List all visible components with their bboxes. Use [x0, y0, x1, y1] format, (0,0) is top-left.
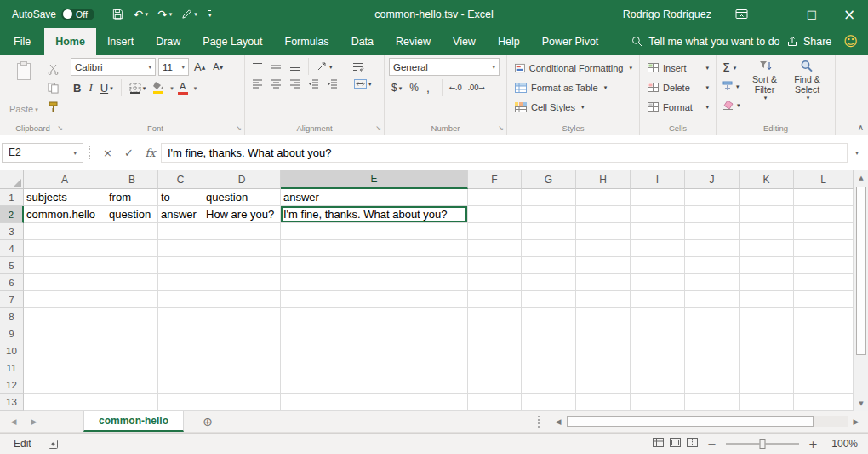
autosave-pill[interactable]: Off [61, 9, 94, 20]
cell-C3[interactable] [158, 223, 203, 240]
row-header-11[interactable]: 11 [0, 359, 24, 376]
cell-B8[interactable] [106, 308, 158, 325]
font-color-button[interactable]: A [176, 81, 190, 95]
scroll-up-icon[interactable]: ▲ [854, 170, 868, 185]
cell-E9[interactable] [281, 325, 468, 342]
cell-E5[interactable] [281, 257, 468, 274]
cell-H6[interactable] [576, 274, 631, 291]
cell-C12[interactable] [158, 376, 203, 394]
cell-C11[interactable] [158, 359, 203, 376]
cell-I5[interactable] [631, 257, 685, 274]
cell-I12[interactable] [631, 376, 685, 394]
format-as-table-button[interactable]: Format as Table ▾ [511, 78, 636, 97]
cell-G3[interactable] [522, 223, 576, 240]
cell-D3[interactable] [203, 223, 281, 240]
sort-filter-button[interactable]: Sort & Filter ▾ [745, 58, 785, 114]
cell-D13[interactable] [203, 394, 281, 411]
cell-H13[interactable] [576, 394, 631, 411]
share-button[interactable]: Share [786, 28, 831, 55]
cell-A6[interactable] [24, 274, 106, 291]
cell-B7[interactable] [106, 291, 158, 308]
cell-G13[interactable] [522, 394, 576, 411]
cell-A5[interactable] [24, 257, 106, 274]
insert-function-button[interactable]: fx [140, 143, 161, 163]
tab-formulas[interactable]: Formulas [274, 28, 340, 55]
cell-C7[interactable] [158, 291, 203, 308]
zoom-percentage[interactable]: 100% [827, 438, 858, 450]
cell-B9[interactable] [106, 325, 158, 342]
cell-J1[interactable] [685, 189, 740, 206]
cell-D11[interactable] [203, 359, 281, 376]
cell-B1[interactable]: from [106, 189, 158, 206]
cell-G6[interactable] [522, 274, 576, 291]
cell-A2[interactable]: common.hello [24, 206, 106, 223]
tab-draw[interactable]: Draw [145, 28, 191, 55]
tab-insert[interactable]: Insert [96, 28, 145, 55]
cell-F7[interactable] [468, 291, 522, 308]
cell-G1[interactable] [522, 189, 576, 206]
record-macro-button[interactable] [49, 440, 60, 449]
cell-I6[interactable] [631, 274, 685, 291]
cell-C2[interactable]: answer [158, 206, 203, 223]
cell-E3[interactable] [281, 223, 468, 240]
cell-L12[interactable] [794, 376, 854, 394]
cell-C13[interactable] [158, 394, 203, 411]
cell-J8[interactable] [685, 308, 740, 325]
align-top-button[interactable] [249, 61, 266, 72]
cell-I7[interactable] [631, 291, 685, 308]
row-header-12[interactable]: 12 [0, 376, 24, 394]
underline-button[interactable]: U▾ [98, 81, 116, 95]
cell-J4[interactable] [685, 240, 740, 257]
wrap-text-button[interactable] [350, 61, 367, 72]
cell-G2[interactable] [522, 206, 576, 223]
row-header-1[interactable]: 1 [0, 189, 24, 206]
copy-button[interactable] [45, 80, 62, 95]
sheet-tab-common-hello[interactable]: common-hello [83, 411, 184, 432]
column-header-G[interactable]: G [522, 170, 576, 189]
cell-H8[interactable] [576, 308, 631, 325]
cancel-button[interactable]: × [97, 143, 118, 163]
zoom-slider-thumb[interactable] [760, 439, 766, 449]
cell-A10[interactable] [24, 342, 106, 359]
formula-input[interactable]: I'm fine, thanks. What about you? [161, 143, 848, 163]
row-header-7[interactable]: 7 [0, 291, 24, 308]
autosum-button[interactable]: Σ▾ [721, 58, 742, 77]
accounting-format-button[interactable]: $▾ [389, 81, 404, 95]
cell-F2[interactable] [468, 206, 522, 223]
cell-E11[interactable] [281, 359, 468, 376]
cell-G4[interactable] [522, 240, 576, 257]
cell-K3[interactable] [740, 223, 794, 240]
tab-review[interactable]: Review [385, 28, 442, 55]
increase-decimal-button[interactable]: ←.0 [448, 83, 464, 92]
increase-indent-button[interactable] [324, 78, 340, 89]
row-header-9[interactable]: 9 [0, 325, 24, 342]
cell-D6[interactable] [203, 274, 281, 291]
percent-style-button[interactable]: % [407, 81, 421, 95]
cell-B11[interactable] [106, 359, 158, 376]
cell-E6[interactable] [281, 274, 468, 291]
cell-J9[interactable] [685, 325, 740, 342]
cell-L4[interactable] [794, 240, 854, 257]
cell-A7[interactable] [24, 291, 106, 308]
cell-I11[interactable] [631, 359, 685, 376]
cell-L10[interactable] [794, 342, 854, 359]
insert-cells-button[interactable]: Insert ▾ [644, 58, 712, 78]
cut-button[interactable] [45, 61, 62, 77]
cell-L13[interactable] [794, 394, 854, 411]
cell-L6[interactable] [794, 274, 854, 291]
borders-button[interactable]: ▾ [127, 82, 149, 95]
conditional-formatting-button[interactable]: Conditional Formatting ▾ [511, 58, 636, 78]
row-header-5[interactable]: 5 [0, 257, 24, 274]
cell-K8[interactable] [740, 308, 794, 325]
cell-J6[interactable] [685, 274, 740, 291]
cell-A13[interactable] [24, 394, 106, 411]
cell-F10[interactable] [468, 342, 522, 359]
page-layout-view-button[interactable] [670, 438, 681, 450]
feedback-smiley-icon[interactable]: ☺ [843, 28, 858, 55]
vertical-scroll-track[interactable] [854, 185, 868, 396]
cell-A4[interactable] [24, 240, 106, 257]
cell-E1[interactable]: answer [281, 189, 468, 206]
cell-K1[interactable] [740, 189, 794, 206]
horizontal-scroll-track[interactable] [567, 416, 848, 427]
italic-button[interactable]: I [86, 80, 94, 95]
